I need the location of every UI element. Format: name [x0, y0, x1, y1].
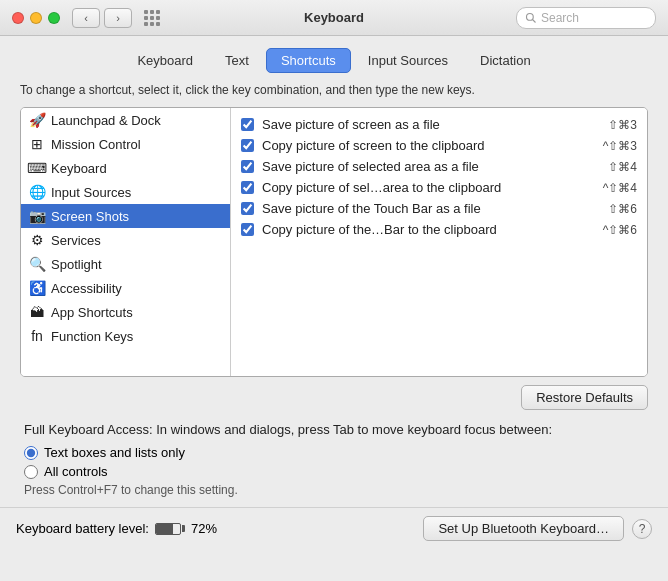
- shortcut-checkbox-save-touchbar-file[interactable]: [241, 202, 254, 215]
- footer: Keyboard battery level: 72% Set Up Bluet…: [0, 507, 668, 549]
- battery-percent: 72%: [191, 521, 217, 536]
- screen-shots-label: Screen Shots: [51, 209, 129, 224]
- radio-text-boxes-label: Text boxes and lists only: [44, 445, 185, 460]
- shortcut-label-save-touchbar-file: Save picture of the Touch Bar as a file: [262, 201, 600, 216]
- svg-line-1: [533, 19, 536, 22]
- launchpad-label: Launchpad & Dock: [51, 113, 161, 128]
- shortcut-label-copy-screen-clipboard: Copy picture of screen to the clipboard: [262, 138, 595, 153]
- services-label: Services: [51, 233, 101, 248]
- shortcut-row-copy-touchbar-clipboard: Copy picture of the…Bar to the clipboard…: [231, 219, 647, 240]
- sidebar-item-accessibility[interactable]: ♿Accessibility: [21, 276, 230, 300]
- radio-all-controls: All controls: [24, 464, 644, 479]
- close-button[interactable]: [12, 12, 24, 24]
- bluetooth-button[interactable]: Set Up Bluetooth Keyboard…: [423, 516, 624, 541]
- restore-defaults-button[interactable]: Restore Defaults: [521, 385, 648, 410]
- shortcut-keys-copy-area-clipboard: ^⇧⌘4: [603, 181, 637, 195]
- grid-icon: [144, 10, 160, 26]
- shortcut-label-copy-touchbar-clipboard: Copy picture of the…Bar to the clipboard: [262, 222, 595, 237]
- full-keyboard-access-section: Full Keyboard Access: In windows and dia…: [20, 422, 648, 497]
- sidebar-item-keyboard[interactable]: ⌨Keyboard: [21, 156, 230, 180]
- battery-icon: [155, 523, 185, 535]
- svg-point-0: [527, 13, 534, 20]
- shortcut-row-save-touchbar-file: Save picture of the Touch Bar as a file⇧…: [231, 198, 647, 219]
- function-keys-icon: fn: [29, 328, 45, 344]
- search-placeholder: Search: [541, 11, 579, 25]
- radio-text-boxes: Text boxes and lists only: [24, 445, 644, 460]
- spotlight-icon: 🔍: [29, 256, 45, 272]
- shortcut-row-copy-screen-clipboard: Copy picture of screen to the clipboard^…: [231, 135, 647, 156]
- sidebar-item-function-keys[interactable]: fnFunction Keys: [21, 324, 230, 348]
- shortcut-checkbox-copy-touchbar-clipboard[interactable]: [241, 223, 254, 236]
- shortcut-checkbox-save-screen-file[interactable]: [241, 118, 254, 131]
- shortcut-keys-copy-touchbar-clipboard: ^⇧⌘6: [603, 223, 637, 237]
- keyboard-icon: ⌨: [29, 160, 45, 176]
- tab-bar: KeyboardTextShortcutsInput SourcesDictat…: [20, 48, 648, 73]
- shortcut-checkbox-copy-area-clipboard[interactable]: [241, 181, 254, 194]
- input-sources-label: Input Sources: [51, 185, 131, 200]
- battery-tip: [182, 525, 185, 532]
- nav-buttons: ‹ ›: [72, 8, 132, 28]
- battery-fill: [156, 524, 173, 534]
- footer-right: Set Up Bluetooth Keyboard… ?: [423, 516, 652, 541]
- app-shortcuts-icon: 🏔: [29, 304, 45, 320]
- keyboard-label: Keyboard: [51, 161, 107, 176]
- services-icon: ⚙: [29, 232, 45, 248]
- screen-shots-icon: 📷: [29, 208, 45, 224]
- shortcut-checkbox-save-area-file[interactable]: [241, 160, 254, 173]
- sidebar-item-launchpad[interactable]: 🚀Launchpad & Dock: [21, 108, 230, 132]
- shortcut-keys-save-screen-file: ⇧⌘3: [608, 118, 637, 132]
- tab-text[interactable]: Text: [210, 48, 264, 73]
- panels: 🚀Launchpad & Dock⊞Mission Control⌨Keyboa…: [20, 107, 648, 377]
- tab-keyboard[interactable]: Keyboard: [122, 48, 208, 73]
- sidebar-item-input-sources[interactable]: 🌐Input Sources: [21, 180, 230, 204]
- main-content: KeyboardTextShortcutsInput SourcesDictat…: [0, 36, 668, 497]
- app-shortcuts-label: App Shortcuts: [51, 305, 133, 320]
- battery-body: [155, 523, 181, 535]
- shortcut-label-save-area-file: Save picture of selected area as a file: [262, 159, 600, 174]
- mission-control-label: Mission Control: [51, 137, 141, 152]
- launchpad-icon: 🚀: [29, 112, 45, 128]
- radio-all-controls-input[interactable]: [24, 465, 38, 479]
- right-panel: Save picture of screen as a file⇧⌘3Copy …: [231, 108, 647, 376]
- back-button[interactable]: ‹: [72, 8, 100, 28]
- shortcut-keys-save-touchbar-file: ⇧⌘6: [608, 202, 637, 216]
- shortcut-keys-copy-screen-clipboard: ^⇧⌘3: [603, 139, 637, 153]
- mission-control-icon: ⊞: [29, 136, 45, 152]
- tab-input-sources[interactable]: Input Sources: [353, 48, 463, 73]
- instruction-text: To change a shortcut, select it, click t…: [20, 83, 648, 97]
- help-button[interactable]: ?: [632, 519, 652, 539]
- radio-text-boxes-input[interactable]: [24, 446, 38, 460]
- grid-button[interactable]: [144, 10, 160, 26]
- search-box[interactable]: Search: [516, 7, 656, 29]
- title-bar: ‹ › Keyboard Search: [0, 0, 668, 36]
- input-sources-icon: 🌐: [29, 184, 45, 200]
- shortcut-row-copy-area-clipboard: Copy picture of sel…area to the clipboar…: [231, 177, 647, 198]
- search-icon: [525, 12, 537, 24]
- sidebar-item-services[interactable]: ⚙Services: [21, 228, 230, 252]
- maximize-button[interactable]: [48, 12, 60, 24]
- accessibility-label: Accessibility: [51, 281, 122, 296]
- shortcut-row-save-area-file: Save picture of selected area as a file⇧…: [231, 156, 647, 177]
- accessibility-icon: ♿: [29, 280, 45, 296]
- minimize-button[interactable]: [30, 12, 42, 24]
- shortcut-checkbox-copy-screen-clipboard[interactable]: [241, 139, 254, 152]
- sidebar-item-spotlight[interactable]: 🔍Spotlight: [21, 252, 230, 276]
- sidebar-item-mission-control[interactable]: ⊞Mission Control: [21, 132, 230, 156]
- shortcut-row-save-screen-file: Save picture of screen as a file⇧⌘3: [231, 114, 647, 135]
- window-title: Keyboard: [304, 10, 364, 25]
- shortcut-label-copy-area-clipboard: Copy picture of sel…area to the clipboar…: [262, 180, 595, 195]
- sidebar-item-app-shortcuts[interactable]: 🏔App Shortcuts: [21, 300, 230, 324]
- hint-text: Press Control+F7 to change this setting.: [24, 483, 644, 497]
- forward-button[interactable]: ›: [104, 8, 132, 28]
- battery-section: Keyboard battery level: 72%: [16, 521, 217, 536]
- tab-dictation[interactable]: Dictation: [465, 48, 546, 73]
- left-panel: 🚀Launchpad & Dock⊞Mission Control⌨Keyboa…: [21, 108, 231, 376]
- traffic-lights: [12, 12, 60, 24]
- spotlight-label: Spotlight: [51, 257, 102, 272]
- sidebar-item-screen-shots[interactable]: 📷Screen Shots: [21, 204, 230, 228]
- tab-shortcuts[interactable]: Shortcuts: [266, 48, 351, 73]
- battery-label: Keyboard battery level:: [16, 521, 149, 536]
- restore-row: Restore Defaults: [20, 385, 648, 410]
- shortcut-keys-save-area-file: ⇧⌘4: [608, 160, 637, 174]
- radio-all-controls-label: All controls: [44, 464, 108, 479]
